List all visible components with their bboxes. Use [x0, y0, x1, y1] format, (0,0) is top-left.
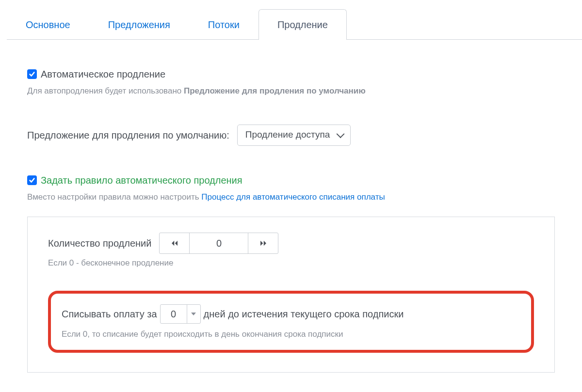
renew-count-value[interactable]: 0 [190, 233, 248, 253]
default-offer-value: Продление доступа [245, 128, 330, 142]
rule-hint-prefix: Вместо настройки правила можно настроить [27, 192, 201, 202]
auto-renew-hint-prefix: Для автопродления будет использовано [27, 86, 184, 95]
check-icon [29, 71, 35, 78]
tabs-bar: Основное Предложения Потоки Продление [7, 9, 582, 40]
charge-before-hint: Если 0, то списание будет происходить в … [62, 329, 520, 341]
charge-before-line: Списывать оплату за 0 дней до истечения … [62, 304, 520, 324]
tab-offers[interactable]: Предложения [89, 9, 189, 40]
charge-before-suffix: дней до истечения текущего срока подписк… [204, 307, 404, 321]
rule-checkbox[interactable] [27, 175, 37, 185]
renewal-rule-panel: Количество продлений 0 Если 0 - бесконеч… [27, 217, 555, 373]
tab-renewal[interactable]: Продление [259, 9, 347, 40]
rule-label: Задать правило автоматического продления [41, 173, 242, 188]
renew-count-increment[interactable] [248, 233, 278, 253]
rule-hint-link[interactable]: Процесс для автоматического списания опл… [201, 192, 385, 202]
rule-row: Задать правило автоматического продления… [27, 173, 555, 204]
settings-page: Основное Предложения Потоки Продление Ав… [0, 9, 582, 373]
auto-renew-checkbox[interactable] [27, 69, 37, 79]
tab-streams[interactable]: Потоки [189, 9, 259, 40]
renew-count-hint: Если 0 - бесконечное продление [48, 257, 534, 269]
charge-before-highlight: Списывать оплату за 0 дней до истечения … [48, 291, 534, 353]
charge-before-value[interactable]: 0 [161, 305, 187, 323]
check-icon [29, 177, 35, 184]
tab-main[interactable]: Основное [7, 9, 89, 40]
auto-renew-hint-bold: Предложение для продления по умолчанию [184, 86, 366, 95]
renew-count-stepper: 0 [159, 233, 278, 254]
auto-renew-checkbox-line: Автоматическое продление [27, 67, 555, 81]
default-offer-select[interactable]: Продление доступа [237, 125, 351, 146]
double-chevron-left-icon [170, 239, 179, 248]
auto-renew-label: Автоматическое продление [41, 67, 165, 81]
renew-count-label: Количество продлений [48, 236, 151, 251]
renew-count-row: Количество продлений 0 [48, 233, 534, 254]
renew-count-decrement[interactable] [160, 233, 190, 253]
default-offer-label: Предложение для продления по умолчанию: [27, 128, 229, 142]
charge-before-dropdown[interactable] [187, 305, 200, 323]
tab-content: Автоматическое продление Для автопродлен… [0, 40, 582, 373]
charge-before-prefix: Списывать оплату за [62, 307, 157, 321]
double-chevron-right-icon [259, 239, 268, 248]
rule-checkbox-line: Задать правило автоматического продления [27, 173, 555, 188]
auto-renew-row: Автоматическое продление Для автопродлен… [27, 67, 555, 97]
default-offer-row: Предложение для продления по умолчанию: … [27, 125, 555, 146]
rule-hint: Вместо настройки правила можно настроить… [27, 191, 555, 204]
charge-before-input: 0 [160, 304, 201, 324]
auto-renew-hint: Для автопродления будет использовано Пре… [27, 85, 555, 97]
